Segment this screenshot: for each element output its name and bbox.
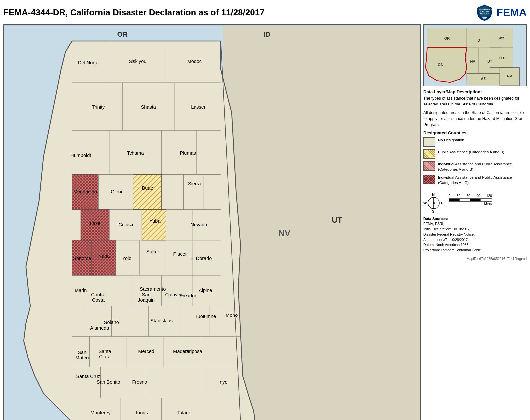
svg-text:Sierra: Sierra xyxy=(188,181,201,186)
data-sources-label: Data Sources: xyxy=(423,216,527,222)
data-sources: Data Sources: FEMA, ESRI;Initial Declara… xyxy=(423,216,527,253)
svg-text:Joaquin: Joaquin xyxy=(138,297,155,303)
svg-text:Costa: Costa xyxy=(92,297,105,303)
legend-item-ia-pa: Individual Assistance and Public Assista… xyxy=(423,161,527,172)
svg-text:HOMELAND: HOMELAND xyxy=(480,11,489,13)
svg-text:Plumas: Plumas xyxy=(180,150,196,156)
svg-text:Yuba: Yuba xyxy=(149,218,161,224)
svg-text:Santa Cruz: Santa Cruz xyxy=(76,374,100,379)
legend-label-ia-pa-all: Individual Assistance and Public Assista… xyxy=(438,175,527,185)
svg-text:Calaveras: Calaveras xyxy=(165,292,187,297)
compass-north: N xyxy=(432,193,435,197)
svg-text:Alpine: Alpine xyxy=(199,288,212,293)
legend-swatch-ia-pa xyxy=(423,161,435,171)
svg-text:Glenn: Glenn xyxy=(111,189,124,194)
legend-title: Designated Counties xyxy=(423,130,527,135)
description-label: Data Layer/Map Description: xyxy=(423,89,527,95)
page-container: FEMA-4344-DR, California Disaster Declar… xyxy=(0,0,530,420)
svg-text:Marin: Marin xyxy=(75,288,87,293)
svg-text:Humboldt: Humboldt xyxy=(70,153,91,158)
svg-text:Merced: Merced xyxy=(138,349,154,354)
legend-box: Designated Counties No Designation Publi… xyxy=(423,130,527,188)
mapid: MapID e67a1985a651016171419hqprod xyxy=(423,257,527,261)
fema-shield-icon: U.S. DEPARTMENT OF HOMELAND SECURITY FEM… xyxy=(475,3,494,22)
description-text1: The types of assistance that have been d… xyxy=(423,95,527,107)
header: FEMA-4344-DR, California Disaster Declar… xyxy=(3,3,527,22)
svg-text:Lassen: Lassen xyxy=(191,105,207,110)
border-label-id: ID xyxy=(263,30,270,38)
svg-text:WY: WY xyxy=(498,36,504,40)
legend-label-pa: Public Assistance (Categories A and B) xyxy=(438,149,504,155)
fema-logo-area: U.S. DEPARTMENT OF HOMELAND SECURITY FEM… xyxy=(475,3,527,22)
svg-text:Mendocino: Mendocino xyxy=(73,189,97,194)
svg-text:Napa: Napa xyxy=(98,253,110,259)
svg-text:Tehama: Tehama xyxy=(127,150,144,156)
border-label-nv: NV xyxy=(278,228,291,238)
svg-text:Lake: Lake xyxy=(90,221,100,226)
description-text2: All designated areas in the State of Cal… xyxy=(423,110,527,128)
legend-item-no-designation: No Designation xyxy=(423,137,527,147)
scale-bar-graphic xyxy=(449,198,492,202)
legend-label-ia-pa: Individual Assistance and Public Assista… xyxy=(438,161,527,172)
svg-text:Contra: Contra xyxy=(91,292,106,297)
sidebar: OR ID WY CO NV UT CA AZ NM Data Layer/Ma… xyxy=(423,24,527,420)
svg-text:OR: OR xyxy=(444,36,450,40)
svg-text:Tulare: Tulare xyxy=(177,410,190,415)
svg-text:Colusa: Colusa xyxy=(118,222,133,227)
svg-text:FEMA: FEMA xyxy=(482,17,487,19)
legend-item-ia-pa-all: Individual Assistance and Public Assista… xyxy=(423,175,527,185)
svg-text:Shasta: Shasta xyxy=(141,105,156,110)
scale-numbers: 0 30 60 90 120 xyxy=(449,194,492,198)
legend-item-pa: Public Assistance (Categories A and B) xyxy=(423,149,527,159)
scale-miles-label: Miles xyxy=(449,202,492,205)
compass-scale: N W E S xyxy=(423,193,527,213)
svg-text:Clara: Clara xyxy=(99,354,111,359)
svg-text:Alameda: Alameda xyxy=(90,325,109,331)
svg-text:CA: CA xyxy=(438,63,443,67)
svg-text:Sonoma: Sonoma xyxy=(73,256,91,261)
svg-text:SECURITY: SECURITY xyxy=(480,13,489,15)
svg-text:Del Norte: Del Norte xyxy=(78,60,98,65)
svg-text:San Benito: San Benito xyxy=(97,379,120,385)
svg-point-160 xyxy=(433,202,435,204)
legend-swatch-ia-pa-all xyxy=(423,175,435,184)
county-yuba xyxy=(142,210,166,240)
svg-text:NM: NM xyxy=(507,74,512,78)
scale-bar: 0 30 60 90 120 Miles xyxy=(449,194,492,205)
main-content: OR ID UT AZ NV xyxy=(3,24,527,420)
svg-text:AZ: AZ xyxy=(481,77,486,81)
svg-text:Stanislaus: Stanislaus xyxy=(150,318,173,323)
border-label-or: OR xyxy=(117,30,128,38)
svg-text:Kings: Kings xyxy=(136,410,148,415)
county-butte xyxy=(133,174,162,209)
svg-text:Fresno: Fresno xyxy=(132,379,147,385)
svg-text:El Dorado: El Dorado xyxy=(190,256,212,261)
svg-text:Mono: Mono xyxy=(226,313,238,318)
compass-east: E xyxy=(441,201,443,205)
svg-text:Yolo: Yolo xyxy=(122,256,132,261)
data-sources-text: FEMA, ESRI;Initial Declaration: 10/10/20… xyxy=(423,221,527,253)
compass-rose-icon xyxy=(427,197,440,209)
california-map: OR ID UT AZ NV xyxy=(3,24,421,420)
svg-text:Siskiyou: Siskiyou xyxy=(129,59,146,64)
page-title: FEMA-4344-DR, California Disaster Declar… xyxy=(3,7,265,18)
svg-text:Madera: Madera xyxy=(173,349,190,354)
svg-text:CO: CO xyxy=(499,56,504,60)
svg-text:Santa: Santa xyxy=(99,349,112,354)
compass: N W E S xyxy=(423,193,443,213)
svg-text:Mateo: Mateo xyxy=(75,355,89,360)
svg-text:Sacramento: Sacramento xyxy=(140,286,166,292)
compass-west: W xyxy=(423,201,427,205)
legend-label-no-designation: No Designation xyxy=(438,137,464,143)
svg-text:Inyo: Inyo xyxy=(218,379,227,385)
svg-text:Monterey: Monterey xyxy=(90,410,111,415)
svg-text:San: San xyxy=(78,350,86,355)
svg-text:U.S. DEPARTMENT OF: U.S. DEPARTMENT OF xyxy=(476,8,494,10)
svg-text:Modoc: Modoc xyxy=(187,59,202,64)
fema-brand-label: FEMA xyxy=(496,6,527,19)
inset-map-svg: OR ID WY CO NV UT CA AZ NM xyxy=(424,25,526,86)
svg-text:Solano: Solano xyxy=(104,320,119,325)
svg-text:NV: NV xyxy=(470,59,476,63)
compass-south: S xyxy=(432,209,434,213)
svg-text:Trinity: Trinity xyxy=(92,105,105,110)
